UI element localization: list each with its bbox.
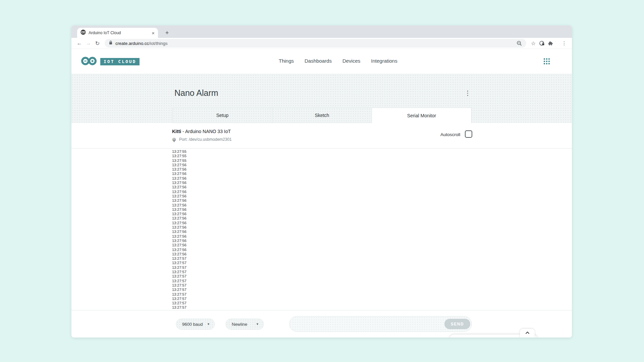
arduino-infinity-icon <box>81 56 97 67</box>
device-info-row: Kitti - Arduino NANO 33 IoT ψ Port: /dev… <box>71 123 572 148</box>
device-name: Kitti - Arduino NANO 33 IoT <box>172 129 231 134</box>
log-line: 13:27:56 <box>172 221 572 225</box>
privacy-badge-icon[interactable] <box>538 40 546 46</box>
log-line: 13:27:56 <box>172 252 572 256</box>
log-line: 13:27:56 <box>172 190 572 194</box>
log-line: 13:27:56 <box>172 163 572 167</box>
log-line: 13:27:56 <box>172 225 572 230</box>
port-text: Port: /dev/cu.usbmodem2301 <box>179 137 232 142</box>
page-title: Nano Alarm <box>174 88 218 98</box>
chevron-down-icon: ▼ <box>256 322 259 326</box>
nav-item-devices[interactable]: Devices <box>342 58 360 64</box>
address-bar[interactable]: create.arduino.cc/iot/things <box>105 39 526 48</box>
tab-sketch[interactable]: Sketch <box>272 108 372 123</box>
forward-icon: → <box>84 40 93 46</box>
tab-close-icon[interactable]: × <box>152 30 155 36</box>
log-line: 13:27:57 <box>172 297 572 301</box>
extensions-puzzle-icon[interactable] <box>546 40 555 46</box>
device-board: Arduino NANO 33 IoT <box>185 129 231 134</box>
app-nav: Things Dashboards Devices Integrations <box>279 58 397 64</box>
port-line: ψ Port: /dev/cu.usbmodem2301 <box>172 137 232 142</box>
usb-icon: ψ <box>172 137 176 142</box>
lock-icon <box>109 40 113 46</box>
arduino-logo[interactable]: IOT CLOUD <box>81 56 140 67</box>
thing-tabs: Setup Sketch Serial Monitor <box>172 108 472 123</box>
nav-item-things[interactable]: Things <box>279 58 294 64</box>
line-ending-select[interactable]: Newline ▼ <box>225 318 264 330</box>
log-line: 13:27:56 <box>172 172 572 176</box>
tab-serial-monitor[interactable]: Serial Monitor <box>372 108 472 123</box>
autoscroll-label: Autoscroll <box>440 132 460 137</box>
log-line: 13:27:57 <box>172 261 572 265</box>
log-line: 13:27:56 <box>172 194 572 198</box>
log-line: 13:27:56 <box>172 230 572 234</box>
log-line: 13:27:57 <box>172 279 572 283</box>
log-line: 13:27:56 <box>172 239 572 243</box>
log-line: 13:27:56 <box>172 243 572 247</box>
zoom-indicator-icon[interactable] <box>517 41 522 46</box>
browser-tab-strip: Arduino IoT Cloud × + <box>71 25 572 38</box>
log-line: 13:27:57 <box>172 265 572 270</box>
browser-tab[interactable]: Arduino IoT Cloud × <box>77 28 158 38</box>
log-line: 13:27:57 <box>172 301 572 305</box>
new-tab-button[interactable]: + <box>162 28 172 38</box>
log-line: 13:27:57 <box>172 305 572 310</box>
log-line: 13:27:55 <box>172 154 572 158</box>
log-line: 13:27:57 <box>172 270 572 274</box>
desktop: { "browser": { "tab_title": "Arduino IoT… <box>0 0 644 362</box>
nav-item-dashboards[interactable]: Dashboards <box>305 58 332 64</box>
url-path: /iot/things <box>149 41 168 46</box>
apps-grid-icon[interactable] <box>544 58 550 64</box>
log-line: 13:27:56 <box>172 176 572 181</box>
device-name-label: Kitti <box>172 129 181 134</box>
log-line: 13:27:56 <box>172 216 572 221</box>
log-line: 13:27:56 <box>172 207 572 212</box>
log-line: 13:27:57 <box>172 292 572 297</box>
log-line: 13:27:56 <box>172 167 572 172</box>
tab-setup[interactable]: Setup <box>172 108 272 123</box>
chevron-up-icon <box>525 331 530 334</box>
expand-panel-button[interactable] <box>520 329 535 338</box>
log-line: 13:27:55 <box>172 159 572 163</box>
arduino-favicon-icon <box>80 29 86 36</box>
log-line: 13:27:57 <box>172 274 572 279</box>
log-line: 13:27:56 <box>172 248 572 252</box>
url-text: create.arduino.cc/iot/things <box>115 41 167 46</box>
baud-rate-value: 9600 baud <box>182 322 203 327</box>
browser-menu-icon[interactable]: ⋮ <box>560 40 569 46</box>
tab-title: Arduino IoT Cloud <box>89 31 149 35</box>
log-line: 13:27:57 <box>172 256 572 261</box>
baud-rate-select[interactable]: 9600 baud ▼ <box>176 318 215 330</box>
log-line: 13:27:56 <box>172 181 572 185</box>
log-line: 13:27:55 <box>172 149 572 154</box>
serial-send-bar: 9600 baud ▼ Newline ▼ SEND <box>71 310 572 338</box>
log-line: 13:27:56 <box>172 185 572 189</box>
log-line: 13:27:56 <box>172 212 572 216</box>
browser-window: Arduino IoT Cloud × + ← → ↻ create.ardui… <box>71 25 572 338</box>
log-line: 13:27:56 <box>172 234 572 239</box>
back-icon[interactable]: ← <box>75 40 84 46</box>
device-name-separator: - <box>181 129 185 134</box>
app-header: IOT CLOUD Things Dashboards Devices Inte… <box>71 49 572 74</box>
serial-log[interactable]: 13:27:5513:27:5513:27:5513:27:5613:27:56… <box>71 148 572 310</box>
chevron-down-icon: ▼ <box>207 322 210 326</box>
autoscroll-checkbox[interactable] <box>465 130 472 138</box>
url-host: create.arduino.cc <box>115 41 149 46</box>
thing-options-icon[interactable]: ⋮ <box>465 89 471 97</box>
iot-cloud-badge: IOT CLOUD <box>100 58 140 65</box>
bookmark-star-icon[interactable]: ☆ <box>529 40 538 47</box>
nav-item-integrations[interactable]: Integrations <box>371 58 397 64</box>
reload-icon[interactable]: ↻ <box>93 40 102 47</box>
log-line: 13:27:56 <box>172 198 572 203</box>
log-line: 13:27:57 <box>172 283 572 288</box>
browser-toolbar: ← → ↻ create.arduino.cc/iot/things ☆ <box>71 38 572 49</box>
log-line: 13:27:56 <box>172 203 572 207</box>
line-ending-value: Newline <box>232 322 247 327</box>
thing-hero-band: Nano Alarm ⋮ Setup Sketch Serial Monitor <box>71 74 572 123</box>
log-line: 13:27:57 <box>172 288 572 292</box>
send-button[interactable]: SEND <box>444 319 470 329</box>
